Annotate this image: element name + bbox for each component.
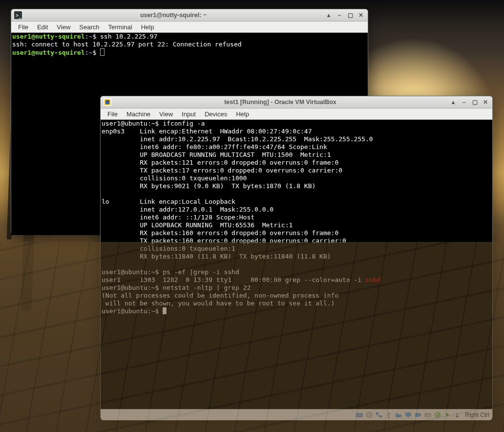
roll-up-button[interactable]: ▴	[449, 98, 457, 106]
minimize-button[interactable]: –	[460, 98, 468, 106]
menu-help[interactable]: Help	[137, 23, 158, 31]
optical-drive-icon[interactable]	[365, 411, 373, 419]
svg-text:>_: >_	[16, 13, 22, 19]
svg-rect-5	[357, 413, 362, 417]
terminal-app-icon: >_	[14, 11, 22, 19]
svg-point-7	[368, 414, 370, 416]
menu-help[interactable]: Help	[232, 110, 253, 118]
svg-rect-12	[407, 417, 409, 418]
menubar[interactable]: File Edit View Search Terminal Help	[11, 22, 368, 33]
titlebar[interactable]: test1 [Running] - Oracle VM VirtualBox ▴…	[101, 96, 492, 108]
menu-file[interactable]: File	[104, 110, 122, 118]
minimize-button[interactable]: –	[336, 11, 343, 19]
close-button[interactable]: ✕	[482, 98, 489, 106]
network-icon[interactable]	[375, 411, 383, 419]
usb-icon[interactable]	[385, 411, 393, 419]
window-title: test1 [Running] - Oracle VM VirtualBox	[114, 99, 446, 106]
menu-machine[interactable]: Machine	[123, 110, 154, 118]
menu-edit[interactable]: Edit	[33, 23, 52, 31]
svg-rect-14	[425, 413, 431, 417]
window-title: user1@nutty-squirel: ~	[25, 12, 322, 19]
virtualbox-app-icon	[104, 98, 111, 106]
hostkey-label: Right Ctrl	[465, 411, 489, 418]
keyboard-settings-icon[interactable]	[424, 411, 432, 419]
svg-rect-8	[376, 412, 378, 414]
svg-rect-9	[379, 415, 382, 417]
maximize-button[interactable]: ▢	[471, 98, 479, 106]
menu-file[interactable]: File	[14, 23, 32, 31]
svg-rect-13	[415, 413, 419, 417]
menu-view[interactable]: View	[155, 110, 177, 118]
svg-point-10	[388, 417, 389, 419]
svg-point-6	[367, 412, 372, 417]
mouse-integration-icon[interactable]	[443, 411, 451, 419]
menubar[interactable]: File Machine View Input Devices Help	[101, 108, 492, 120]
desktop-background: >_ user1@nutty-squirel: ~ ▴ – ▢ ✕ File E…	[0, 0, 504, 432]
statusbar: Right Ctrl	[101, 409, 492, 420]
guest-terminal-output[interactable]: user1@ubuntu:~$ ifconfig -a enp0s3 Link …	[101, 120, 492, 409]
display-icon[interactable]	[404, 411, 412, 419]
video-capture-icon[interactable]	[414, 411, 422, 419]
titlebar[interactable]: >_ user1@nutty-squirel: ~ ▴ – ▢ ✕	[11, 9, 368, 22]
seamless-mode-icon[interactable]	[434, 411, 441, 419]
menu-input[interactable]: Input	[178, 110, 200, 118]
svg-rect-4	[105, 100, 109, 104]
menu-terminal[interactable]: Terminal	[105, 23, 136, 31]
hard-disk-icon[interactable]	[356, 411, 363, 419]
virtualbox-window[interactable]: test1 [Running] - Oracle VM VirtualBox ▴…	[100, 96, 493, 419]
hostkey-arrow-icon	[453, 411, 461, 419]
menu-view[interactable]: View	[53, 23, 74, 31]
close-button[interactable]: ✕	[357, 11, 365, 19]
shared-folders-icon[interactable]	[395, 411, 402, 419]
svg-rect-15	[426, 414, 427, 415]
menu-devices[interactable]: Devices	[201, 110, 231, 118]
maximize-button[interactable]: ▢	[346, 11, 354, 19]
roll-up-button[interactable]: ▴	[325, 11, 333, 19]
menu-search[interactable]: Search	[75, 23, 103, 31]
svg-rect-16	[427, 414, 428, 415]
svg-rect-17	[429, 414, 430, 415]
svg-rect-11	[405, 412, 411, 416]
